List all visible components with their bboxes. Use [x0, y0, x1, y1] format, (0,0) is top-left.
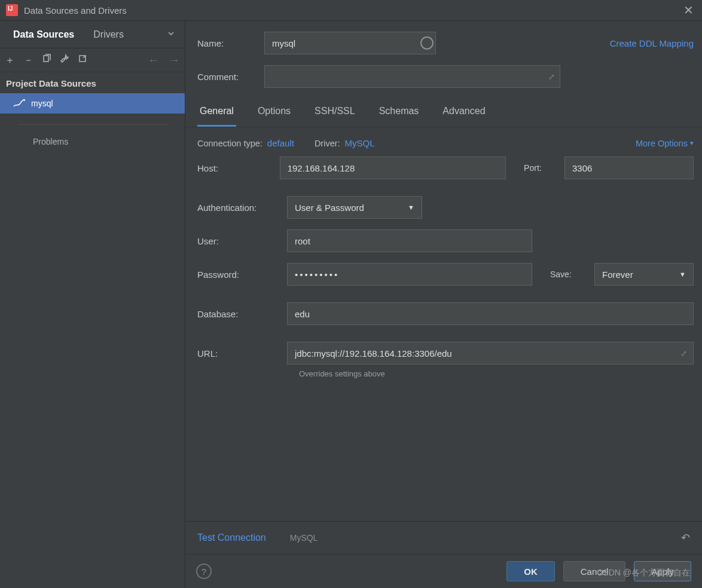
- save-value: Forever: [602, 270, 633, 280]
- name-label: Name:: [197, 38, 257, 48]
- comment-label: Comment:: [197, 72, 257, 82]
- driver-link[interactable]: MySQL: [345, 138, 375, 148]
- driver-label: Driver:: [315, 139, 340, 148]
- titlebar: Data Sources and Drivers ✕: [0, 0, 702, 20]
- database-input[interactable]: [287, 302, 694, 325]
- forward-icon[interactable]: →: [168, 53, 180, 67]
- authentication-label: Authentication:: [197, 203, 287, 213]
- sidebar-toolbar: ＋ － ← →: [0, 48, 185, 72]
- driver-name-label: MySQL: [290, 533, 318, 543]
- chevron-down-icon: ▼: [679, 271, 686, 278]
- authentication-value: User & Password: [295, 203, 364, 213]
- chevron-down-icon: ▼: [408, 204, 414, 211]
- remove-icon[interactable]: －: [23, 53, 33, 67]
- sidebar: Data Sources Drivers ＋ － ←: [0, 21, 185, 588]
- close-icon[interactable]: ✕: [681, 3, 696, 17]
- add-icon[interactable]: ＋: [5, 53, 15, 67]
- password-input[interactable]: [287, 263, 532, 286]
- undo-icon[interactable]: ↶: [681, 531, 690, 544]
- expand-icon[interactable]: ⤢: [680, 349, 687, 358]
- more-options-link[interactable]: More Options ▾: [636, 139, 694, 148]
- expand-icon[interactable]: ⤢: [548, 72, 555, 81]
- user-input[interactable]: [287, 229, 532, 252]
- chevron-down-icon[interactable]: [161, 24, 181, 44]
- name-input[interactable]: [264, 32, 436, 54]
- chevron-down-icon: ▾: [690, 139, 694, 147]
- comment-input[interactable]: ⤢: [264, 65, 560, 88]
- section-project-data-sources: Project Data Sources: [0, 72, 185, 93]
- url-value: jdbc:mysql://192.168.164.128:3306/edu: [295, 348, 452, 359]
- tab-data-sources[interactable]: Data Sources: [4, 23, 84, 46]
- connection-type-value[interactable]: default: [267, 138, 294, 148]
- url-hint: Overrides settings above: [287, 369, 694, 378]
- save-label: Save:: [550, 270, 594, 279]
- wrench-icon[interactable]: [60, 54, 69, 66]
- database-icon: [13, 99, 25, 108]
- password-label: Password:: [197, 270, 287, 280]
- tab-advanced[interactable]: Advanced: [440, 99, 487, 127]
- back-icon[interactable]: ←: [148, 53, 160, 67]
- color-ring-icon[interactable]: [420, 36, 434, 50]
- port-label: Port:: [524, 163, 564, 173]
- cancel-button[interactable]: Cancel: [563, 561, 626, 581]
- apply-button[interactable]: Apply: [634, 561, 691, 581]
- user-label: User:: [197, 236, 287, 246]
- sidebar-item-problems[interactable]: Problems: [0, 128, 185, 155]
- tab-options[interactable]: Options: [255, 99, 293, 127]
- main-panel: Name: Create DDL Mapping Comment: ⤢ Gene…: [185, 21, 702, 588]
- connection-type-label: Connection type:: [197, 139, 263, 148]
- svg-rect-0: [44, 56, 48, 62]
- sidebar-item-label: mysql: [31, 99, 53, 108]
- window-title: Data Sources and Drivers: [24, 5, 681, 16]
- app-logo-icon: [6, 4, 18, 16]
- tab-schemas[interactable]: Schemas: [377, 99, 422, 127]
- detail-tabs: General Options SSH/SSL Schemas Advanced: [185, 99, 702, 127]
- help-icon[interactable]: ?: [196, 564, 212, 579]
- url-input[interactable]: jdbc:mysql://192.168.164.128:3306/edu ⤢: [287, 342, 694, 365]
- test-connection-link[interactable]: Test Connection: [197, 532, 266, 543]
- save-select[interactable]: Forever ▼: [594, 263, 694, 286]
- host-input[interactable]: [280, 157, 506, 179]
- host-label: Host:: [197, 163, 280, 173]
- tab-drivers[interactable]: Drivers: [84, 23, 133, 46]
- authentication-select[interactable]: User & Password ▼: [287, 196, 422, 219]
- url-label: URL:: [197, 348, 287, 359]
- copy-icon[interactable]: [42, 54, 51, 66]
- tab-general[interactable]: General: [197, 99, 236, 127]
- tab-ssh-ssl[interactable]: SSH/SSL: [312, 99, 358, 127]
- port-input[interactable]: [564, 157, 694, 179]
- ok-button[interactable]: OK: [506, 561, 555, 581]
- export-icon[interactable]: [78, 54, 87, 66]
- create-ddl-link[interactable]: Create DDL Mapping: [610, 38, 694, 48]
- sidebar-item-mysql[interactable]: mysql: [0, 93, 185, 114]
- database-label: Database:: [197, 309, 287, 319]
- divider: [18, 124, 167, 125]
